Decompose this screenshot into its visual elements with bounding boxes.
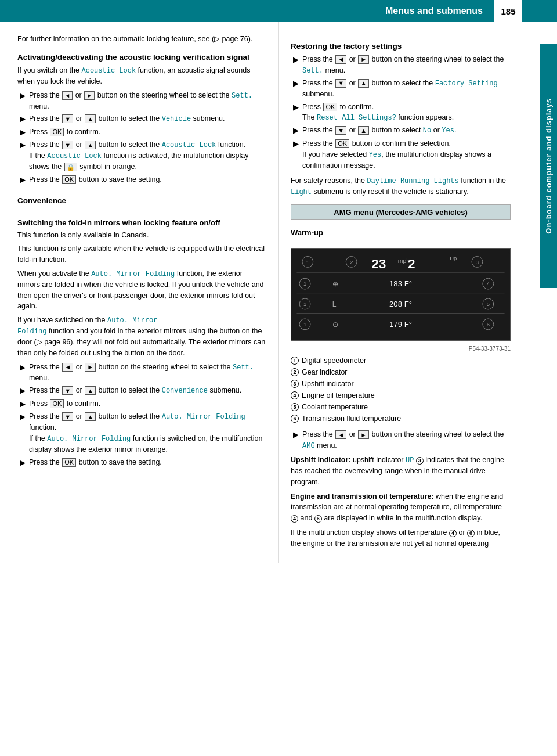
up-btn[interactable]: ▲: [85, 412, 96, 421]
legend-item: 6 Transmission fluid temperature: [291, 413, 511, 424]
amg-banner: AMG menu (Mercedes-AMG vehicles): [291, 204, 511, 220]
bullet-item: ▶ Press the ▼ or ▲ button to select the …: [17, 139, 267, 172]
ok-btn[interactable]: OK: [50, 399, 64, 408]
divider: [17, 210, 267, 210]
left-column: For further information on the automatic…: [0, 22, 278, 563]
right-btn[interactable]: ►: [84, 91, 95, 100]
left-btn[interactable]: ◄: [335, 430, 346, 439]
bullet-item: ▶ Press the ▼ or ▲ button to select the …: [17, 385, 267, 397]
bullet-arrow-icon: ▶: [20, 385, 26, 397]
bullet-arrow-icon: ▶: [293, 429, 299, 441]
svg-text:⊕: ⊕: [332, 280, 338, 289]
bullet-arrow-icon: ▶: [293, 54, 299, 66]
up-btn[interactable]: ▲: [85, 114, 96, 123]
down-btn[interactable]: ▼: [62, 114, 73, 123]
bullet-arrow-icon: ▶: [293, 125, 299, 136]
warmup-heading: Warm-up: [291, 228, 511, 237]
bullet-arrow-icon: ▶: [293, 138, 299, 150]
up-btn[interactable]: ▲: [85, 141, 96, 149]
bullet-item: ▶ Press the OK button to save the settin…: [17, 457, 267, 469]
bullet-item: ▶ Press the ◄ or ► button on the steerin…: [17, 90, 267, 112]
ok-btn[interactable]: OK: [335, 139, 349, 148]
svg-text:6: 6: [487, 321, 490, 327]
section2-heading: Convenience: [17, 196, 267, 205]
bullet-arrow-icon: ▶: [293, 78, 299, 89]
down-btn[interactable]: ▼: [62, 386, 73, 395]
restore-heading: Restoring the factory settings: [291, 42, 511, 51]
bullet-item: ▶ Press the OK button to save the settin…: [17, 174, 267, 186]
legend-item: 3 Upshift indicator: [291, 378, 511, 390]
image-caption: P54-33-3773-31: [291, 345, 511, 352]
svg-text:2: 2: [350, 259, 353, 265]
bullet-arrow-icon: ▶: [20, 362, 26, 373]
svg-text:1: 1: [306, 259, 309, 265]
left-btn[interactable]: ◄: [62, 91, 73, 100]
section2-body4: If you have switched on the Auto. Mirror…: [17, 315, 267, 359]
bullet-arrow-icon: ▶: [20, 139, 26, 151]
header-title: Menus and submenus: [12, 6, 494, 16]
bullet-item: ▶ Press the OK button to confirm the sel…: [291, 138, 511, 171]
page-wrapper: On-board computer and displays For furth…: [0, 22, 557, 563]
svg-text:1: 1: [303, 301, 306, 308]
amg-bullets: ▶ Press the ◄ or ► button on the steerin…: [291, 429, 511, 451]
main-content: For further information on the automatic…: [0, 22, 557, 563]
bullet-item: ▶ Press the ◄ or ► button on the steerin…: [291, 429, 511, 451]
svg-text:1: 1: [303, 281, 306, 287]
svg-text:L: L: [332, 300, 337, 308]
bullet-arrow-icon: ▶: [20, 457, 26, 469]
right-column: Restoring the factory settings ▶ Press t…: [278, 22, 540, 563]
up-btn[interactable]: ▲: [358, 126, 369, 135]
bullet-arrow-icon: ▶: [293, 102, 299, 113]
down-btn[interactable]: ▼: [335, 79, 346, 88]
svg-text:179 F°: 179 F°: [389, 320, 412, 329]
down-btn[interactable]: ▼: [335, 126, 346, 135]
svg-text:⊙: ⊙: [332, 321, 338, 329]
page-number: 185: [494, 0, 522, 22]
section2-body1: This function is only available in Canad…: [17, 230, 267, 241]
engine-temp-text: Engine and transmission oil temperature:…: [291, 491, 511, 524]
side-tab: On-board computer and displays: [540, 44, 557, 288]
legend-item: 2 Gear indicator: [291, 366, 511, 378]
bullet-item: ▶ Press the ◄ or ► button on the steerin…: [17, 362, 267, 384]
bullet-item: ▶ Press OK to confirm.: [17, 398, 267, 410]
down-btn[interactable]: ▼: [62, 141, 73, 149]
svg-text:183 F°: 183 F°: [389, 280, 412, 289]
up-btn[interactable]: ▲: [85, 386, 96, 395]
svg-text:5: 5: [487, 301, 490, 308]
bullet-item: ▶ Press the ▼ or ▲ button to select the …: [291, 78, 511, 100]
ok-btn[interactable]: OK: [62, 175, 76, 184]
section1-bullets: ▶ Press the ◄ or ► button on the steerin…: [17, 90, 267, 186]
side-tab-label: On-board computer and displays: [544, 98, 553, 234]
bullet-arrow-icon: ▶: [20, 127, 26, 138]
left-btn[interactable]: ◄: [335, 55, 346, 64]
bullet-item: ▶ Press OK to confirm. The Reset All Set…: [291, 102, 511, 124]
right-btn[interactable]: ►: [358, 55, 369, 64]
left-btn[interactable]: ◄: [62, 363, 73, 372]
down-btn[interactable]: ▼: [62, 412, 73, 421]
restore-footer: For safety reasons, the Daytime Running …: [291, 175, 511, 197]
engine-temp-text2: If the multifunction display shows oil t…: [291, 527, 511, 549]
intro-text: For further information on the automatic…: [17, 34, 267, 45]
svg-text:208 F°: 208 F°: [389, 300, 412, 308]
bullet-item: ▶ Press the ▼ or ▲ button to select the …: [17, 411, 267, 455]
bullet-arrow-icon: ▶: [20, 398, 26, 410]
warmup-image: 1 23 mph 2 2 Up 3: [291, 248, 511, 341]
ok-btn[interactable]: OK: [50, 128, 64, 136]
legend-item: 1 Digital speedometer: [291, 355, 511, 366]
section2-bullets: ▶ Press the ◄ or ► button on the steerin…: [17, 362, 267, 469]
up-btn[interactable]: ▲: [358, 79, 369, 88]
section2-body3: When you activate the Auto. Mirror Foldi…: [17, 268, 267, 312]
bullet-arrow-icon: ▶: [20, 411, 26, 423]
bullet-item: ▶ Press the ▼ or ▲ button to select the …: [17, 113, 267, 125]
bullet-arrow-icon: ▶: [20, 174, 26, 186]
restore-bullets: ▶ Press the ◄ or ► button on the steerin…: [291, 54, 511, 171]
bullet-item: ▶ Press OK to confirm.: [17, 127, 267, 138]
ok-btn[interactable]: OK: [323, 103, 337, 111]
legend-list: 1 Digital speedometer 2 Gear indicator 3…: [291, 355, 511, 424]
warmup-svg: 1 23 mph 2 2 Up 3: [291, 249, 510, 340]
right-btn[interactable]: ►: [85, 363, 96, 372]
bullet-arrow-icon: ▶: [20, 90, 26, 102]
warmup-divider: [291, 242, 511, 242]
right-btn[interactable]: ►: [358, 430, 369, 439]
ok-btn[interactable]: OK: [62, 458, 76, 467]
